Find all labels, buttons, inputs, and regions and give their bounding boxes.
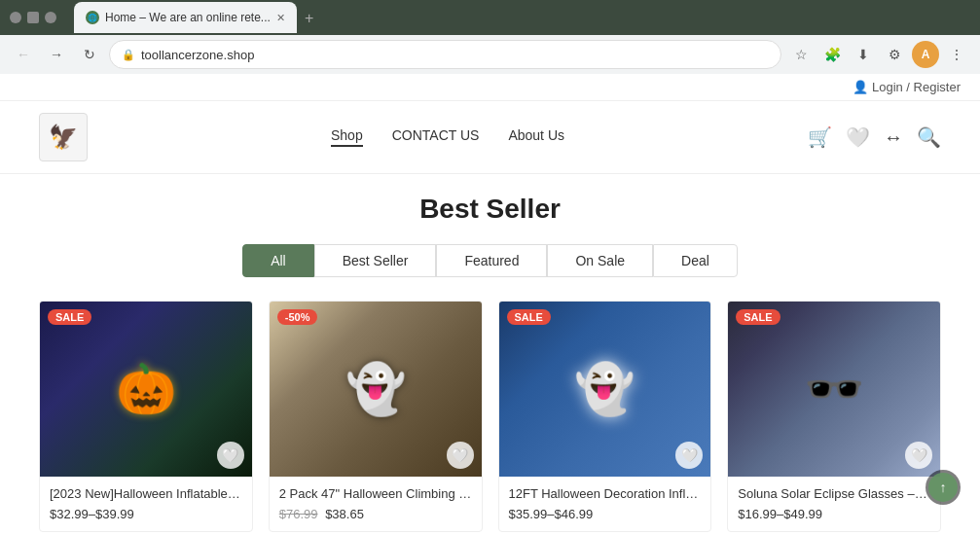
product-image-wrap: 👻 SALE 🤍 (499, 302, 711, 477)
original-price: $76.99 (279, 507, 318, 521)
ssl-lock-icon: 🔒 (122, 49, 135, 61)
product-image-wrap: 🎃 SALE 🤍 (40, 302, 252, 477)
price-range: $32.99–$39.99 (50, 507, 134, 521)
sale-badge: SALE (48, 309, 91, 325)
toolbar-actions: ☆ 🧩 ⬇ ⚙ A ⋮ (787, 41, 970, 68)
filter-best-seller[interactable]: Best Seller (314, 244, 437, 277)
window-controls (10, 12, 56, 23)
product-info: [2023 New]Halloween Inflatables ... $32.… (40, 477, 252, 531)
product-card[interactable]: 🎃 SALE 🤍 [2023 New]Halloween Inflatables… (39, 301, 253, 532)
product-price: $35.99–$46.99 (509, 507, 702, 521)
wishlist-icon[interactable]: 🤍 (846, 125, 870, 149)
tab-favicon: 🌐 (86, 11, 99, 24)
tab-title: Home – We are an online rete... (105, 11, 271, 24)
wishlist-button[interactable]: 🤍 (905, 442, 932, 469)
browser-toolbar: ← → ↻ 🔒 toollancerzone.shop ☆ 🧩 ⬇ ⚙ A ⋮ (0, 35, 980, 74)
products-grid: 🎃 SALE 🤍 [2023 New]Halloween Inflatables… (39, 301, 941, 532)
sync-button[interactable]: ⚙ (881, 41, 908, 68)
price-range: $35.99–$46.99 (509, 507, 594, 521)
sale-price: $38.65 (325, 507, 364, 521)
filter-all[interactable]: All (242, 244, 314, 277)
product-card[interactable]: 🕶️ SALE 🤍 Soluna Solar Eclipse Glasses –… (727, 301, 941, 532)
product-info: Soluna Solar Eclipse Glasses – CE a... $… (728, 477, 940, 531)
product-name: [2023 New]Halloween Inflatables ... (50, 486, 242, 501)
nav-shop[interactable]: Shop (331, 127, 363, 147)
address-bar[interactable]: 🔒 toollancerzone.shop (109, 40, 781, 69)
site-nav: Shop CONTACT US About Us (88, 127, 808, 147)
close-button[interactable] (45, 12, 56, 23)
forward-button[interactable]: → (43, 41, 70, 68)
wishlist-button[interactable]: 🤍 (447, 442, 474, 469)
top-bar: 👤 Login / Register (0, 74, 980, 101)
scroll-to-top[interactable]: ↑ (926, 470, 961, 505)
product-card[interactable]: 👻 -50% 🤍 2 Pack 47" Halloween Climbing Z… (269, 301, 483, 532)
browser-tab[interactable]: 🌐 Home – We are an online rete... ✕ (74, 2, 297, 33)
scroll-top-inner: ↑ (928, 473, 958, 502)
login-register-link[interactable]: 👤 Login / Register (853, 80, 961, 94)
product-info: 2 Pack 47" Halloween Climbing Zo... $76.… (270, 477, 482, 531)
new-tab-button[interactable]: + (297, 4, 321, 33)
sale-badge: SALE (507, 309, 551, 325)
product-image-wrap: 👻 -50% 🤍 (270, 302, 482, 477)
filter-featured[interactable]: Featured (436, 244, 547, 277)
extensions-button[interactable]: 🧩 (818, 41, 846, 68)
nav-about[interactable]: About Us (508, 127, 564, 147)
address-text: toollancerzone.shop (141, 48, 254, 62)
tab-bar: 🌐 Home – We are an online rete... ✕ + (64, 2, 331, 33)
wishlist-button[interactable]: 🤍 (217, 442, 244, 469)
website-content: 👤 Login / Register 🦅 Shop CONTACT US Abo… (0, 74, 980, 534)
product-price: $76.99 $38.65 (279, 507, 472, 521)
header-icons: 🛒 🤍 ↔ 🔍 (808, 125, 941, 149)
search-icon[interactable]: 🔍 (917, 125, 941, 149)
menu-button[interactable]: ⋮ (943, 41, 970, 68)
product-name: 2 Pack 47" Halloween Climbing Zo... (279, 486, 472, 501)
filter-on-sale[interactable]: On Sale (547, 244, 653, 277)
scroll-top-icon: ↑ (940, 480, 947, 495)
main-content: Best Seller All Best Seller Featured On … (0, 174, 980, 534)
minimize-button[interactable] (10, 12, 21, 23)
logo-image: 🦅 (49, 124, 78, 151)
product-info: 12FT Halloween Decoration Inflata... $35… (499, 477, 711, 531)
site-logo[interactable]: 🦅 (39, 113, 88, 161)
product-price: $16.99–$49.99 (738, 507, 930, 521)
product-name: 12FT Halloween Decoration Inflata... (509, 486, 702, 501)
browser-titlebar: 🌐 Home – We are an online rete... ✕ + (0, 0, 980, 35)
user-icon: 👤 (853, 80, 868, 94)
price-range: $16.99–$49.99 (738, 507, 822, 521)
sale-badge: SALE (736, 309, 780, 325)
bookmark-button[interactable]: ☆ (787, 41, 815, 68)
discount-badge: -50% (277, 309, 318, 325)
cart-icon[interactable]: 🛒 (808, 125, 832, 149)
site-header: 🦅 Shop CONTACT US About Us 🛒 🤍 ↔ 🔍 (0, 101, 980, 174)
product-price: $32.99–$39.99 (50, 507, 242, 521)
section-title: Best Seller (39, 194, 941, 225)
profile-button[interactable]: A (912, 41, 939, 68)
product-image-wrap: 🕶️ SALE 🤍 (728, 302, 940, 477)
nav-contact[interactable]: CONTACT US (392, 127, 480, 147)
reload-button[interactable]: ↻ (76, 41, 103, 68)
restore-button[interactable] (27, 12, 39, 23)
tab-close-button[interactable]: ✕ (276, 12, 285, 24)
back-button[interactable]: ← (10, 41, 37, 68)
compare-icon[interactable]: ↔ (884, 126, 903, 149)
downloads-button[interactable]: ⬇ (850, 41, 877, 68)
product-card[interactable]: 👻 SALE 🤍 12FT Halloween Decoration Infla… (498, 301, 712, 532)
product-name: Soluna Solar Eclipse Glasses – CE a... (738, 486, 930, 501)
browser-chrome: 🌐 Home – We are an online rete... ✕ + ← … (0, 0, 980, 74)
filter-deal[interactable]: Deal (653, 244, 738, 277)
filter-tabs: All Best Seller Featured On Sale Deal (39, 244, 941, 277)
